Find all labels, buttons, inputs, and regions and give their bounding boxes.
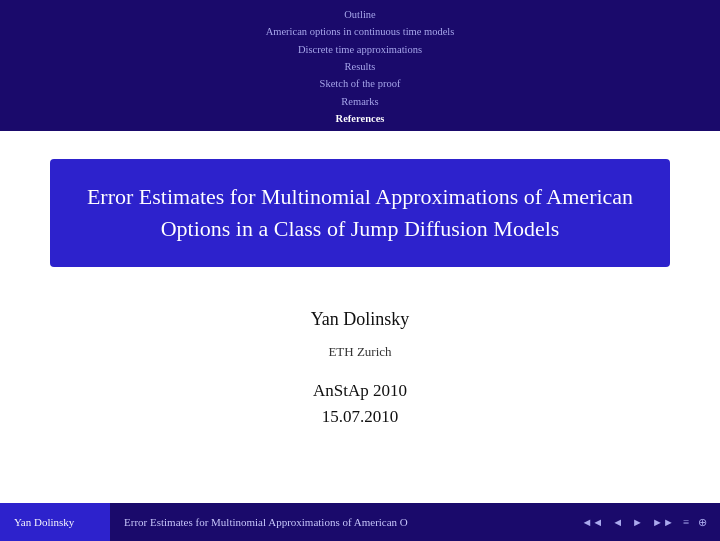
event-name: AnStAp 2010: [311, 378, 410, 404]
slide-main: Error Estimates for Multinomial Approxim…: [0, 131, 720, 541]
nav-next-button[interactable]: ►: [629, 514, 646, 530]
affiliation: ETH Zurich: [311, 344, 410, 360]
nav-first-button[interactable]: ◄◄: [578, 514, 606, 530]
footer-title: Error Estimates for Multinomial Approxim…: [110, 516, 568, 528]
nav-item-outline[interactable]: Outline: [0, 6, 720, 23]
nav-zoom-icon[interactable]: ⊕: [695, 514, 710, 531]
slide-title: Error Estimates for Multinomial Approxim…: [78, 181, 642, 245]
author-name: Yan Dolinsky: [311, 309, 410, 330]
nav-item-sketch[interactable]: Sketch of the proof: [0, 75, 720, 92]
top-navigation: Outline American options in continuous t…: [0, 0, 720, 131]
nav-menu-icon[interactable]: ≡: [680, 514, 692, 530]
nav-prev-button[interactable]: ◄: [609, 514, 626, 530]
nav-item-remarks[interactable]: Remarks: [0, 93, 720, 110]
nav-item-references[interactable]: References: [0, 110, 720, 127]
title-box: Error Estimates for Multinomial Approxim…: [50, 159, 670, 267]
nav-item-american[interactable]: American options in continuous time mode…: [0, 23, 720, 40]
nav-item-results[interactable]: Results: [0, 58, 720, 75]
footer-bar: Yan Dolinsky Error Estimates for Multino…: [0, 503, 720, 541]
author-block: Yan Dolinsky ETH Zurich AnStAp 2010 15.0…: [311, 309, 410, 431]
nav-last-button[interactable]: ►►: [649, 514, 677, 530]
nav-item-discrete[interactable]: Discrete time approximations: [0, 41, 720, 58]
footer-author: Yan Dolinsky: [0, 503, 110, 541]
event-date: 15.07.2010: [311, 404, 410, 430]
event-block: AnStAp 2010 15.07.2010: [311, 378, 410, 431]
footer-navigation[interactable]: ◄◄ ◄ ► ►► ≡ ⊕: [568, 514, 720, 531]
